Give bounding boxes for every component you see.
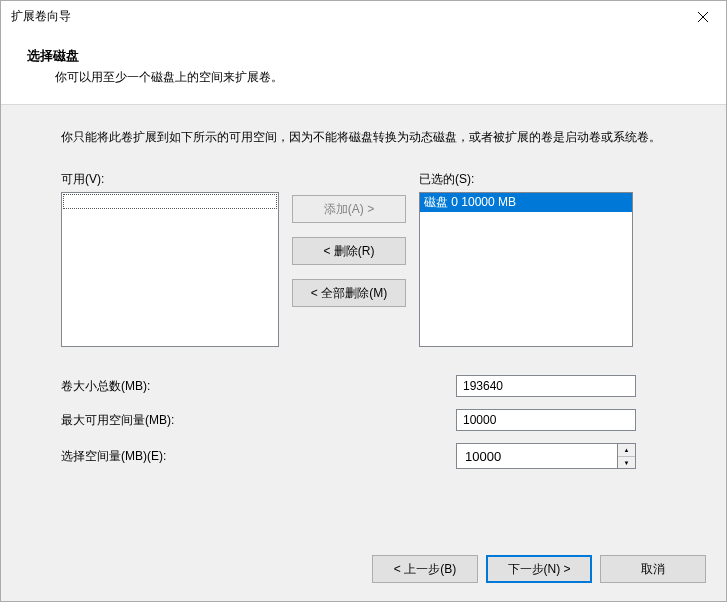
- wizard-window: 扩展卷向导 选择磁盘 你可以用至少一个磁盘上的空间来扩展卷。 你只能将此卷扩展到…: [0, 0, 727, 602]
- max-space-row: 最大可用空间量(MB):: [61, 409, 690, 431]
- available-focus-rect: [63, 194, 277, 209]
- remove-button[interactable]: < 删除(R): [292, 237, 406, 265]
- page-subtitle: 你可以用至少一个磁盘上的空间来扩展卷。: [27, 69, 700, 86]
- cancel-button[interactable]: 取消: [600, 555, 706, 583]
- description-text: 你只能将此卷扩展到如下所示的可用空间，因为不能将磁盘转换为动态磁盘，或者被扩展的…: [61, 127, 690, 147]
- selected-column: 已选的(S): 磁盘 0 10000 MB: [419, 171, 690, 347]
- next-button[interactable]: 下一步(N) >: [486, 555, 592, 583]
- max-space-label: 最大可用空间量(MB):: [61, 412, 456, 429]
- page-title: 选择磁盘: [27, 47, 700, 65]
- wizard-header: 选择磁盘 你可以用至少一个磁盘上的空间来扩展卷。: [1, 33, 726, 104]
- total-size-row: 卷大小总数(MB):: [61, 375, 690, 397]
- add-button[interactable]: 添加(A) >: [292, 195, 406, 223]
- select-space-spinner: ▲ ▼: [456, 443, 636, 469]
- wizard-footer: < 上一步(B) 下一步(N) > 取消: [372, 555, 706, 583]
- select-space-row: 选择空间量(MB)(E): ▲ ▼: [61, 443, 690, 469]
- select-space-label: 选择空间量(MB)(E):: [61, 448, 456, 465]
- max-space-value: [456, 409, 636, 431]
- transfer-buttons: 添加(A) > < 删除(R) < 全部删除(M): [279, 171, 419, 347]
- content-area: 你只能将此卷扩展到如下所示的可用空间，因为不能将磁盘转换为动态磁盘，或者被扩展的…: [1, 104, 726, 601]
- select-space-input[interactable]: [456, 443, 618, 469]
- available-column: 可用(V):: [61, 171, 279, 347]
- spinner-down-button[interactable]: ▼: [618, 457, 635, 469]
- list-item[interactable]: 磁盘 0 10000 MB: [420, 193, 632, 212]
- back-button[interactable]: < 上一步(B): [372, 555, 478, 583]
- available-listbox[interactable]: [61, 192, 279, 347]
- spinner-up-button[interactable]: ▲: [618, 444, 635, 457]
- close-icon: [698, 12, 708, 22]
- titlebar: 扩展卷向导: [1, 1, 726, 33]
- selected-label: 已选的(S):: [419, 171, 690, 188]
- size-fields: 卷大小总数(MB): 最大可用空间量(MB): 选择空间量(MB)(E): ▲ …: [61, 375, 690, 469]
- selected-listbox[interactable]: 磁盘 0 10000 MB: [419, 192, 633, 347]
- close-button[interactable]: [680, 1, 726, 33]
- disk-columns: 可用(V): 添加(A) > < 删除(R) < 全部删除(M) 已选的(S):…: [61, 171, 690, 347]
- spinner-buttons: ▲ ▼: [618, 443, 636, 469]
- total-size-value: [456, 375, 636, 397]
- total-size-label: 卷大小总数(MB):: [61, 378, 456, 395]
- window-title: 扩展卷向导: [11, 8, 680, 25]
- available-label: 可用(V):: [61, 171, 279, 188]
- remove-all-button[interactable]: < 全部删除(M): [292, 279, 406, 307]
